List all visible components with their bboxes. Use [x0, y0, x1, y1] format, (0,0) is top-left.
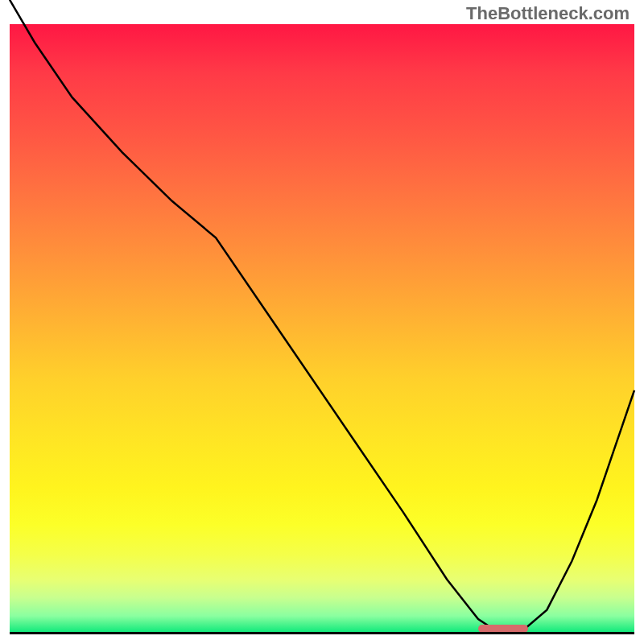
chart-area — [10, 24, 634, 634]
chart-baseline — [10, 632, 634, 634]
watermark-text: TheBottleneck.com — [466, 3, 630, 24]
chart-curve — [10, 24, 634, 634]
